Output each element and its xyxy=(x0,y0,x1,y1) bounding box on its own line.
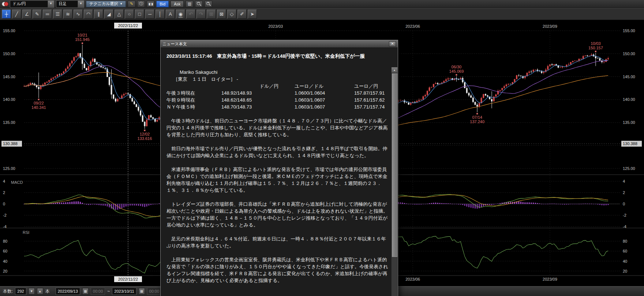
news-paragraph: 米連邦準備理事会（ＦＲＢ）高官によるハト派的な発言を受けて、市場では年内の連邦公… xyxy=(166,166,388,194)
fib-timezone-tool[interactable]: ≋ xyxy=(63,10,72,19)
horizontal-line-tool[interactable]: ─ xyxy=(145,10,154,19)
fib-retracement-tool[interactable]: ☰ xyxy=(53,10,62,19)
angle-line-tool[interactable]: ∠ xyxy=(22,10,31,19)
trendline-tool[interactable]: ╱ xyxy=(12,10,21,19)
calendar-icon[interactable]: ▦ xyxy=(82,288,89,295)
pair-select-value: ドル/円 xyxy=(10,1,48,7)
rate-row-label: ＮＹ午後５時 xyxy=(166,103,221,110)
news-scrollbar[interactable]: ▲ xyxy=(391,67,397,296)
svg-text:0: 0 xyxy=(3,202,5,206)
redo-tool[interactable]: ↷ xyxy=(196,10,206,19)
pair-select[interactable]: ドル/円 ▼ xyxy=(10,0,54,8)
triangle-tool[interactable]: △ xyxy=(115,10,124,19)
svg-text:125.00: 125.00 xyxy=(623,166,635,171)
bid-toggle-button[interactable]: Bid xyxy=(156,1,169,7)
scrollbar-thumb[interactable] xyxy=(392,73,397,257)
svg-text:140.341: 140.341 xyxy=(31,105,46,110)
svg-text:145.00: 145.00 xyxy=(3,75,15,79)
icon-stamp-tool[interactable]: ◉icon xyxy=(176,10,185,19)
svg-text:07/14: 07/14 xyxy=(472,115,482,119)
svg-text:2022/11/22: 2022/11/22 xyxy=(118,277,138,281)
chart-type-button[interactable]: ▮▯▮ xyxy=(147,1,154,7)
news-headline: 2023/10/11 15:17:46 東京外為市場・15時＝ドル148円後半で… xyxy=(161,48,398,62)
chevron-down-icon: ▼ xyxy=(120,2,123,5)
svg-text:20: 20 xyxy=(3,269,7,273)
main-toolbar: ドル/円 ▼ 日足 ▼ テクニカル選択 ▼ ✎ ⓘ ▮▯▮ Bid Ask ▥ … xyxy=(0,0,644,8)
ask-toggle-button[interactable]: Ask xyxy=(171,1,184,7)
zoom-out-button[interactable]: − xyxy=(195,1,203,7)
time-from-input: 00:00 xyxy=(91,288,105,295)
fan-lines-tool[interactable]: ◢ xyxy=(104,10,113,19)
text-tool[interactable]: A xyxy=(166,10,175,19)
undo-tool[interactable]: ↶ xyxy=(186,10,195,19)
close-icon[interactable]: ✕ xyxy=(389,41,396,47)
vertical-channel-tool[interactable]: ∥ xyxy=(94,10,103,19)
svg-text:130.388: 130.388 xyxy=(3,141,18,146)
news-paragraph: 足元の米長期金利は４．６４％付近。前週末６日には、一時４．８８％付近と２００７年… xyxy=(166,235,388,249)
svg-text:135.00: 135.00 xyxy=(3,120,15,125)
scroll-up-icon[interactable]: ▲ xyxy=(392,67,397,73)
zoom-in-button[interactable]: + xyxy=(205,1,212,7)
news-paragraph: トレイダーズ証券の市場部長、井口喜雄氏は「米ＦＲＢ高官から追加利上げに対して消極… xyxy=(166,201,388,228)
rate-header: ユーロ／ドル xyxy=(295,83,354,90)
svg-text:125.00: 125.00 xyxy=(3,166,15,171)
news-paragraph: 前日の海外市場でドル売り／円買いが優勢となった流れを引き継ぎ、１４８円半ばで取引… xyxy=(166,145,388,159)
date-to-input[interactable]: 2023/10/11 xyxy=(112,288,136,295)
vertical-line-tool[interactable]: │ xyxy=(156,10,165,19)
svg-text:2023/06: 2023/06 xyxy=(405,277,420,281)
rate-eurusd: 1.0603/1.0607 xyxy=(295,96,354,103)
freehand-tool[interactable]: ✎ xyxy=(33,10,42,19)
pencil-icon: ✎ xyxy=(130,1,133,6)
chevron-down-icon[interactable]: ▼ xyxy=(48,1,54,7)
calendar-icon[interactable]: ▦ xyxy=(139,288,145,295)
svg-text:150.00: 150.00 xyxy=(3,52,15,56)
svg-text:80: 80 xyxy=(623,239,627,243)
svg-text:40: 40 xyxy=(3,259,7,263)
chart-window-icon: ▥ xyxy=(188,1,191,6)
info-button[interactable]: ⓘ xyxy=(137,1,145,7)
rectangle-tool[interactable]: □ xyxy=(135,10,144,19)
svg-text:10/21: 10/21 xyxy=(77,33,87,37)
chart-window-button[interactable]: ▥ xyxy=(186,1,193,7)
chevron-down-icon[interactable]: ▼ xyxy=(78,1,84,7)
pointer-tool[interactable]: ➤ xyxy=(248,10,257,19)
svg-text:RSI: RSI xyxy=(23,230,29,235)
technical-select-button[interactable]: テクニカル選択 ▼ xyxy=(86,1,126,7)
chevron-down-icon[interactable]: ▼ xyxy=(29,288,35,295)
svg-text:145.069: 145.069 xyxy=(449,69,464,73)
wave-tool[interactable]: ∿ xyxy=(74,10,83,19)
rate-eurusd: 1.0600/1.0604 xyxy=(295,90,354,96)
bar-count-input[interactable]: 292 xyxy=(15,288,26,295)
rate-usdjpy: 148.70/148.73 xyxy=(221,103,295,110)
timeframe-select-value: 日足 xyxy=(56,1,78,7)
eraser-tool[interactable]: ◇ xyxy=(227,10,236,19)
info-icon: ⓘ xyxy=(139,1,143,7)
news-paragraphs: 午後３時のドルは、前日のニューヨーク市場終盤（１４８．７０／７３円）に比べて小幅… xyxy=(166,117,388,284)
news-body: Mariko Sakaguchi ［東京 １１日 ロイター］ - ドル／円ユーロ… xyxy=(161,67,391,296)
rate-header: ドル／円 xyxy=(221,83,295,90)
svg-text:-2: -2 xyxy=(623,213,626,217)
parallel-lines-tool[interactable]: ═ xyxy=(43,10,52,19)
ellipse-tool[interactable]: ○ xyxy=(125,10,134,19)
svg-text:60: 60 xyxy=(623,249,627,253)
group-tool[interactable]: ⊞ xyxy=(207,10,216,19)
svg-text:0: 0 xyxy=(623,202,625,206)
svg-text:2: 2 xyxy=(623,190,625,195)
chevron-up-icon[interactable]: ▲ xyxy=(37,288,43,295)
svg-text:2023/06: 2023/06 xyxy=(405,24,420,29)
draw-mode-button[interactable]: ✎ xyxy=(128,1,135,7)
time-to-input: 00:00 xyxy=(147,288,162,295)
timeframe-select[interactable]: 日足 ▼ xyxy=(56,0,84,8)
technical-select-label: テクニカル選択 xyxy=(89,1,118,7)
rate-eurjpy: 157.71/157.74 xyxy=(354,103,388,110)
date-from-input[interactable]: 2022/09/13 xyxy=(56,288,80,295)
news-dialog-titlebar[interactable]: ニュース本文 ✕ xyxy=(161,40,398,48)
edit-points-tool[interactable]: ✐ xyxy=(237,10,247,19)
news-dialog: ニュース本文 ✕ 2023/10/11 15:17:46 東京外為市場・15時＝… xyxy=(160,40,398,296)
delete-drawing-tool[interactable]: ⊠ xyxy=(217,10,226,19)
arc-tool[interactable]: ◠ xyxy=(84,10,93,19)
svg-text:-4: -4 xyxy=(3,224,7,229)
candle-chart-icon: ▮▯▮ xyxy=(149,2,153,6)
svg-text:-4: -4 xyxy=(623,224,626,229)
crosshair-tool[interactable]: ┼ xyxy=(2,10,11,19)
